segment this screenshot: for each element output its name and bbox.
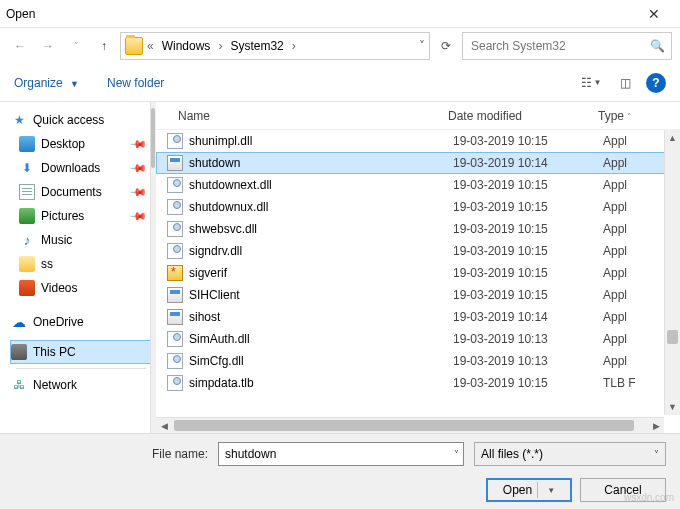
file-row[interactable]: sihost19-03-2019 10:14Appl [156,306,680,328]
file-icon [167,155,183,171]
filename-field[interactable] [223,446,454,462]
window-title: Open [6,7,634,21]
file-name: shutdownux.dll [189,200,453,214]
file-date: 19-03-2019 10:14 [453,156,603,170]
sidebar-label: OneDrive [33,315,84,329]
sidebar-item-desktop[interactable]: Desktop 📌 [10,132,152,156]
close-icon[interactable]: ✕ [634,6,674,22]
sidebar-network[interactable]: 🖧 Network [10,373,152,397]
nav-recent-icon[interactable]: ˅ [64,34,88,58]
column-name[interactable]: Name [178,109,448,123]
file-type: Appl [603,156,627,170]
crumb-overflow[interactable]: « [145,39,156,53]
file-row[interactable]: shutdown19-03-2019 10:14Appl [156,152,680,174]
file-type: Appl [603,134,627,148]
column-date[interactable]: Date modified [448,109,598,123]
file-row[interactable]: SimCfg.dll19-03-2019 10:13Appl [156,350,680,372]
organize-menu[interactable]: Organize ▼ [14,76,79,90]
search-input[interactable]: 🔍 [462,32,672,60]
vertical-scrollbar[interactable]: ▲ ▼ [664,130,680,415]
divider [537,482,538,498]
horizontal-scrollbar[interactable]: ◀ ▶ [156,417,664,433]
computer-icon [11,344,27,360]
file-row[interactable]: sigverif19-03-2019 10:15Appl [156,262,680,284]
pin-icon: 📌 [128,134,147,153]
sidebar-item-videos[interactable]: Videos [10,276,152,300]
scroll-thumb[interactable] [667,330,678,344]
folder-icon [19,256,35,272]
file-name: sigverif [189,266,453,280]
nav-up-icon[interactable]: ↑ [92,34,116,58]
breadcrumb-item[interactable]: Windows [158,37,215,55]
column-type[interactable]: Type˄ [598,109,680,123]
scroll-left-icon[interactable]: ◀ [156,419,172,434]
chevron-right-icon[interactable]: › [290,39,298,53]
address-dropdown-icon[interactable]: ˅ [419,39,425,53]
file-icon [167,353,183,369]
file-icon [167,309,183,325]
sidebar-label: Quick access [33,113,104,127]
file-name: simpdata.tlb [189,376,453,390]
address-bar[interactable]: « Windows › System32 › ˅ [120,32,430,60]
file-row[interactable]: shunimpl.dll19-03-2019 10:15Appl [156,130,680,152]
scroll-up-icon[interactable]: ▲ [665,130,680,146]
preview-pane-icon[interactable]: ◫ [612,72,638,94]
file-name: shwebsvc.dll [189,222,453,236]
navigation-pane: ★ Quick access Desktop 📌 ⬇ Downloads 📌 D… [0,102,156,433]
file-list[interactable]: shunimpl.dll19-03-2019 10:15Applshutdown… [156,130,680,433]
sidebar-item-downloads[interactable]: ⬇ Downloads 📌 [10,156,152,180]
open-button[interactable]: Open ▼ [486,478,572,502]
sidebar-label: Pictures [41,209,84,223]
divider [16,368,146,369]
scroll-thumb[interactable] [174,420,634,431]
file-type-filter[interactable]: All files (*.*) ˅ [474,442,666,466]
sidebar-item-ss[interactable]: ss [10,252,152,276]
folder-icon [125,37,143,55]
file-date: 19-03-2019 10:15 [453,222,603,236]
sidebar-this-pc[interactable]: This PC [10,340,152,364]
cancel-button[interactable]: Cancel [580,478,666,502]
search-field[interactable] [469,38,650,54]
file-row[interactable]: SimAuth.dll19-03-2019 10:13Appl [156,328,680,350]
sidebar-onedrive[interactable]: ☁ OneDrive [10,310,152,334]
nav-back-icon[interactable]: ← [8,34,32,58]
scroll-down-icon[interactable]: ▼ [665,399,680,415]
sidebar-item-music[interactable]: ♪ Music [10,228,152,252]
file-type: Appl [603,178,627,192]
chevron-down-icon: ˅ [654,449,659,460]
file-date: 19-03-2019 10:15 [453,134,603,148]
chevron-down-icon[interactable]: ˅ [454,449,459,460]
file-type: Appl [603,354,627,368]
help-icon[interactable]: ? [646,73,666,93]
sidebar-item-documents[interactable]: Documents 📌 [10,180,152,204]
documents-icon [19,184,35,200]
file-type: Appl [603,310,627,324]
file-row[interactable]: shutdownux.dll19-03-2019 10:15Appl [156,196,680,218]
file-row[interactable]: shutdownext.dll19-03-2019 10:15Appl [156,174,680,196]
chevron-right-icon[interactable]: › [216,39,224,53]
file-row[interactable]: SIHClient19-03-2019 10:15Appl [156,284,680,306]
onedrive-icon: ☁ [11,314,27,330]
file-date: 19-03-2019 10:15 [453,200,603,214]
scroll-right-icon[interactable]: ▶ [648,418,664,433]
file-row[interactable]: signdrv.dll19-03-2019 10:15Appl [156,240,680,262]
filename-input[interactable]: ˅ [218,442,464,466]
file-date: 19-03-2019 10:13 [453,354,603,368]
file-icon [167,375,183,391]
sidebar-item-pictures[interactable]: Pictures 📌 [10,204,152,228]
chevron-down-icon[interactable]: ▼ [547,486,555,495]
open-label: Open [503,483,532,497]
breadcrumb-item[interactable]: System32 [226,37,287,55]
file-date: 19-03-2019 10:15 [453,178,603,192]
file-row[interactable]: simpdata.tlb19-03-2019 10:15TLB F [156,372,680,394]
filename-label: File name: [152,447,208,461]
column-headers[interactable]: Name Date modified Type˄ [156,102,680,130]
file-row[interactable]: shwebsvc.dll19-03-2019 10:15Appl [156,218,680,240]
videos-icon [19,280,35,296]
new-folder-button[interactable]: New folder [107,76,164,90]
sidebar-quick-access[interactable]: ★ Quick access [10,108,152,132]
view-options-icon[interactable]: ☷▼ [578,72,604,94]
refresh-icon[interactable]: ⟳ [434,39,458,53]
file-name: SimCfg.dll [189,354,453,368]
network-icon: 🖧 [11,377,27,393]
